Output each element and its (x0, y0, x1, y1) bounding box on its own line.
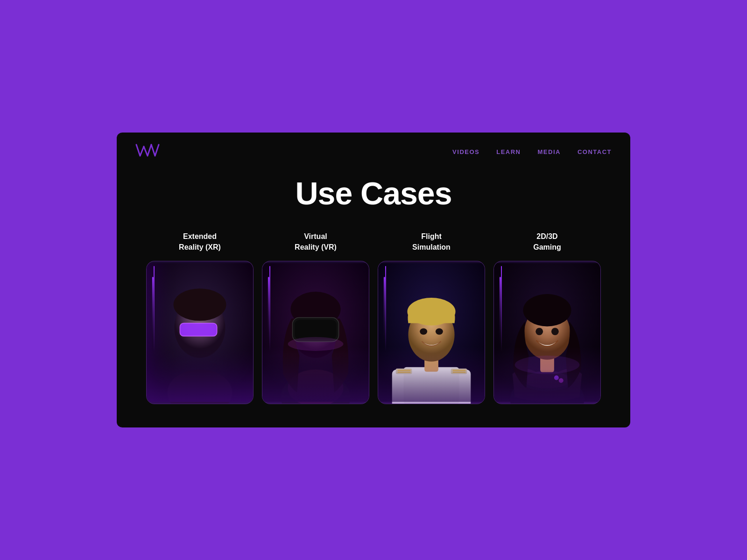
nav-links: VIDEOS LEARN MEDIA CONTACT (452, 147, 612, 156)
card-gaming-title: 2D/3DGaming (533, 230, 561, 252)
svg-point-18 (288, 337, 344, 351)
svg-point-34 (436, 329, 443, 335)
navbar: VIDEOS LEARN MEDIA CONTACT (117, 133, 630, 170)
svg-rect-8 (147, 346, 253, 402)
card-flight-image (378, 261, 485, 404)
card-vr-image (262, 261, 369, 404)
card-xr-title: ExtendedReality (XR) (179, 230, 221, 252)
card-vr-title: VirtualReality (VR) (295, 230, 337, 252)
nav-contact[interactable]: CONTACT (578, 148, 612, 155)
logo[interactable] (135, 143, 160, 160)
svg-rect-9 (152, 277, 154, 351)
nav-media[interactable]: MEDIA (538, 148, 561, 155)
card-flight-title: FlightSimulation (412, 230, 451, 252)
svg-point-45 (523, 294, 571, 326)
svg-rect-19 (262, 356, 369, 402)
card-xr[interactable]: ExtendedReality (XR) (146, 230, 254, 404)
browser-window: VIDEOS LEARN MEDIA CONTACT Use Cases Ext… (117, 133, 630, 427)
svg-rect-35 (378, 370, 485, 402)
nav-videos[interactable]: VIDEOS (452, 148, 479, 155)
card-flight[interactable]: FlightSimulation (378, 230, 485, 404)
svg-point-47 (551, 328, 559, 336)
card-vr[interactable]: VirtualReality (VR) (262, 230, 369, 404)
svg-rect-49 (494, 370, 600, 402)
svg-rect-36 (384, 277, 385, 351)
page-title: Use Cases (117, 175, 630, 211)
card-gaming-image (493, 261, 601, 404)
card-gaming[interactable]: 2D/3DGaming (493, 230, 601, 404)
svg-rect-20 (268, 277, 269, 351)
svg-point-33 (420, 329, 427, 335)
nav-learn[interactable]: LEARN (496, 148, 521, 155)
svg-point-46 (536, 328, 543, 336)
svg-rect-50 (500, 277, 501, 351)
svg-rect-17 (295, 320, 336, 340)
cards-section: ExtendedReality (XR) (117, 230, 630, 427)
card-xr-image (146, 261, 254, 404)
